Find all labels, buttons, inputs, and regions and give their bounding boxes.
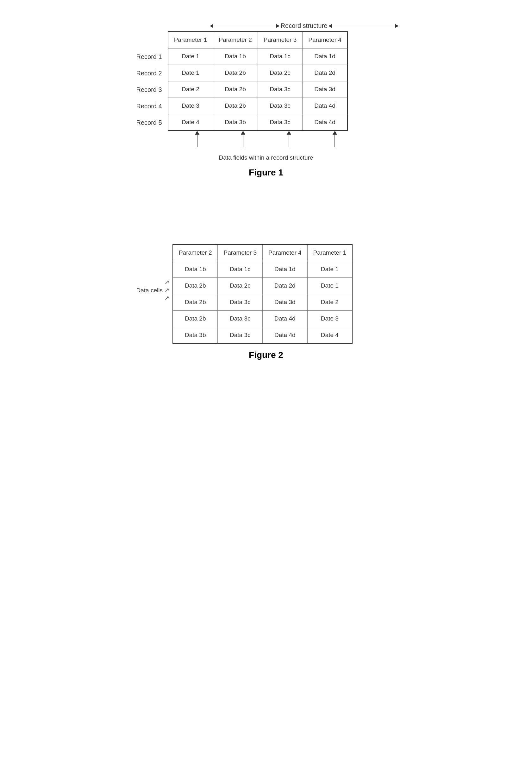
data-cells-arrows: ↗↗↗ [164, 278, 169, 303]
table-cell: Data 3c [258, 98, 303, 114]
arrow-line [243, 135, 243, 147]
row-label: Record 4 [137, 98, 164, 114]
table-cell: Data 3b [213, 114, 258, 131]
fig1-col-header: Parameter 2 [213, 32, 258, 48]
up-arrow [287, 131, 291, 147]
table-row: Date 1Data 1bData 1cData 1d [168, 48, 347, 65]
table-cell: Data 1d [263, 261, 308, 278]
data-cells-label-area: Data cells ↗↗↗ [137, 244, 169, 303]
fig2-grid-area: Data cells ↗↗↗ Parameter 2Parameter 3Par… [137, 244, 396, 344]
arrow-head [195, 131, 199, 135]
fig1-header-row: Parameter 1Parameter 2Parameter 3Paramet… [168, 32, 347, 48]
table-cell: Data 2c [258, 65, 303, 81]
table-row: Date 1Data 2bData 2cData 2d [168, 65, 347, 81]
record-structure-arrow: Record structure [212, 22, 396, 30]
table-cell: Data 1d [303, 48, 347, 65]
arrow-line [197, 135, 197, 147]
fig1-grid-area: Record 1Record 2Record 3Record 4Record 5… [137, 31, 396, 131]
table-row: Date 2Data 2bData 3cData 3d [168, 81, 347, 98]
table-cell: Data 2b [213, 81, 258, 98]
table-row: Data 1bData 1cData 1dDate 1 [173, 261, 352, 278]
diagonal-arrow-icon: ↗ [164, 294, 169, 302]
table-cell: Date 1 [307, 278, 352, 294]
table-cell: Data 3c [218, 327, 263, 343]
table-cell: Data 1b [173, 261, 218, 278]
table-cell: Data 3d [263, 294, 308, 310]
table-cell: Date 1 [168, 48, 213, 65]
figure1-container: Record structure Record 1Record 2Record … [124, 13, 409, 178]
table-row: Data 2bData 3cData 3dDate 2 [173, 294, 352, 310]
fig1-col-header: Parameter 1 [168, 32, 213, 48]
table-row: Date 4Data 3bData 3cData 4d [168, 114, 347, 131]
table-cell: Data 2b [213, 98, 258, 114]
fig1-col-header: Parameter 4 [303, 32, 347, 48]
table-cell: Data 3d [303, 81, 347, 98]
arrow-head [333, 131, 337, 135]
table-cell: Data 2b [173, 278, 218, 294]
arrow-head [287, 131, 291, 135]
table-cell: Date 1 [307, 261, 352, 278]
table-cell: Data 2d [303, 65, 347, 81]
arrow-line [335, 135, 335, 147]
table-row: Data 3bData 3cData 4dDate 4 [173, 327, 352, 343]
figure2-caption: Figure 2 [249, 350, 283, 360]
up-arrow [333, 131, 337, 147]
figure1-caption: Figure 1 [249, 168, 283, 178]
fig2-header-row: Parameter 2Parameter 3Parameter 4Paramet… [173, 245, 352, 261]
table-cell: Data 2b [173, 310, 218, 327]
diagonal-arrow-icon: ↗ [164, 278, 169, 286]
table-cell: Date 1 [168, 65, 213, 81]
record-structure-arrow-line [212, 26, 277, 26]
fig1-row-labels: Record 1Record 2Record 3Record 4Record 5 [137, 31, 164, 131]
fig1-col-header: Parameter 3 [258, 32, 303, 48]
record-structure-label: Record structure [277, 22, 331, 30]
table-cell: Date 4 [307, 327, 352, 343]
diagonal-arrow-icon: ↗ [164, 286, 169, 294]
record-structure-arrow-line-right [331, 26, 395, 26]
table-cell: Date 2 [307, 294, 352, 310]
fig1-table-body: Date 1Data 1bData 1cData 1dDate 1Data 2b… [168, 48, 347, 131]
fig2-wrapper: Data cells ↗↗↗ Parameter 2Parameter 3Par… [137, 244, 396, 344]
table-cell: Data 3c [258, 81, 303, 98]
fig1-table: Parameter 1Parameter 2Parameter 3Paramet… [168, 31, 348, 131]
up-arrow [195, 131, 199, 147]
fig2-col-header: Parameter 1 [307, 245, 352, 261]
table-cell: Data 2d [263, 278, 308, 294]
table-row: Data 2bData 2cData 2dDate 1 [173, 278, 352, 294]
table-cell: Date 3 [307, 310, 352, 327]
table-cell: Date 4 [168, 114, 213, 131]
row-label: Record 2 [137, 65, 164, 81]
fig2-col-header: Parameter 4 [263, 245, 308, 261]
table-cell: Data 2c [218, 278, 263, 294]
arrows-container [175, 131, 358, 147]
table-cell: Data 4d [263, 310, 308, 327]
table-cell: Data 3c [218, 294, 263, 310]
fig1-wrapper: Record structure Record 1Record 2Record … [137, 22, 396, 161]
table-cell: Data 1c [258, 48, 303, 65]
table-cell: Data 4d [303, 114, 347, 131]
table-cell: Date 2 [168, 81, 213, 98]
figure2-container: Data cells ↗↗↗ Parameter 2Parameter 3Par… [124, 235, 409, 360]
table-cell: Data 3c [258, 114, 303, 131]
table-cell: Data 3b [173, 327, 218, 343]
fig2-table-head: Parameter 2Parameter 3Parameter 4Paramet… [173, 245, 352, 261]
fig1-arrows-row [137, 131, 396, 153]
fig2-col-header: Parameter 3 [218, 245, 263, 261]
fig2-table: Parameter 2Parameter 3Parameter 4Paramet… [173, 244, 352, 344]
table-cell: Data 4d [303, 98, 347, 114]
data-fields-label: Data fields within a record structure [137, 154, 396, 161]
fig2-col-header: Parameter 2 [173, 245, 218, 261]
table-cell: Data 2b [173, 294, 218, 310]
arrow-line [289, 135, 289, 147]
data-cells-text-row: Data cells ↗↗↗ [137, 278, 169, 303]
row-label: Record 1 [137, 48, 164, 65]
table-cell: Data 1b [213, 48, 258, 65]
record-structure-row: Record structure [137, 22, 396, 30]
table-cell: Date 3 [168, 98, 213, 114]
fig1-table-head: Parameter 1Parameter 2Parameter 3Paramet… [168, 32, 347, 48]
table-cell: Data 4d [263, 327, 308, 343]
table-cell: Data 3c [218, 310, 263, 327]
arrow-head [241, 131, 245, 135]
data-cells-label: Data cells [137, 287, 163, 294]
table-row: Data 2bData 3cData 4dDate 3 [173, 310, 352, 327]
